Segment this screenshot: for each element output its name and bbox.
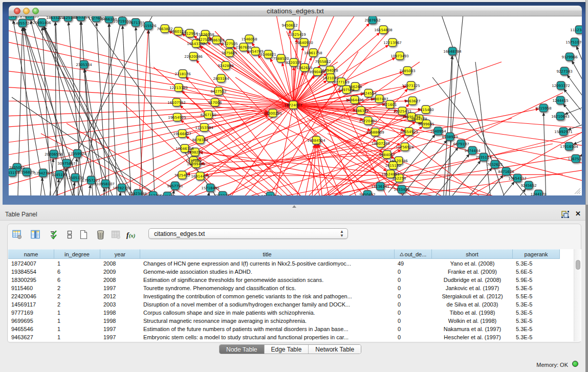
cell-in_degree[interactable]: 1 xyxy=(54,309,100,317)
graph-edge[interactable] xyxy=(274,105,293,195)
cell-in_degree[interactable]: 1 xyxy=(54,333,100,341)
table-row[interactable]: 969969511998Structural magnetic resonanc… xyxy=(8,317,573,325)
table-row[interactable]: 911546021997Tourette syndrome. Phenomeno… xyxy=(8,284,573,292)
cell-out_de[interactable]: 49 xyxy=(395,259,432,268)
cell-in_degree[interactable]: 1 xyxy=(54,317,100,325)
cell-title[interactable]: Investigating the contribution of common… xyxy=(140,292,395,300)
column-header-out_de[interactable]: out_de... xyxy=(395,249,432,259)
cell-in_degree[interactable]: 6 xyxy=(54,268,100,276)
graph-edge[interactable] xyxy=(441,16,507,195)
column-header-short[interactable]: short xyxy=(432,249,513,259)
graph-edge[interactable] xyxy=(108,24,109,196)
cell-name[interactable]: 9463627 xyxy=(8,333,54,341)
cell-pagerank[interactable]: 5.3E-5 xyxy=(513,259,560,268)
cell-year[interactable]: 2008 xyxy=(100,259,140,268)
graph-edge[interactable] xyxy=(136,28,143,196)
cell-name[interactable]: 14569117 xyxy=(8,300,54,309)
collapse-divider-icon[interactable] xyxy=(292,205,296,208)
graph-edge[interactable] xyxy=(445,16,463,195)
cell-year[interactable]: 1997 xyxy=(100,333,140,341)
cell-in_degree[interactable]: 6 xyxy=(54,276,100,284)
table-row[interactable]: 2242004622012Investigating the contribut… xyxy=(8,292,573,300)
cell-year[interactable]: 1998 xyxy=(100,309,140,317)
resize-grip-icon[interactable] xyxy=(574,188,581,194)
cell-name[interactable]: 22420046 xyxy=(8,292,54,300)
scrollbar-thumb[interactable] xyxy=(576,260,580,270)
cell-title[interactable]: Genome-wide association studies in ADHD. xyxy=(140,268,395,276)
cell-short[interactable]: Yano et al. (2008) xyxy=(432,259,513,268)
cell-short[interactable]: Nakamura et al. (1997) xyxy=(432,325,513,333)
cell-name[interactable]: 9777169 xyxy=(8,309,54,317)
cell-pagerank[interactable]: 5.6E-5 xyxy=(513,268,560,276)
cell-title[interactable]: Tourette syndrome. Phenomenology and cla… xyxy=(140,284,395,292)
graph-edge[interactable] xyxy=(56,23,66,196)
graph-edge[interactable] xyxy=(574,139,582,144)
graph-edge[interactable] xyxy=(118,192,121,195)
table-row[interactable]: 946362711997Embryonic stem cells: a mode… xyxy=(8,333,573,341)
graph-edge[interactable] xyxy=(565,106,582,115)
cell-out_de[interactable]: 0 xyxy=(395,268,432,276)
graph-edge[interactable] xyxy=(207,192,209,195)
split-pane-divider[interactable] xyxy=(0,205,585,208)
graph-edge[interactable] xyxy=(9,105,293,156)
cell-name[interactable]: 9465546 xyxy=(8,325,54,333)
network-canvas[interactable]: 1225441914055724200557332069140618633274… xyxy=(9,16,582,195)
tab-node-table[interactable]: Node Table xyxy=(220,345,265,354)
cell-year[interactable]: 2008 xyxy=(100,276,140,284)
cell-name[interactable]: 18724007 xyxy=(8,259,54,268)
cell-pagerank[interactable]: 5.9E-5 xyxy=(513,276,560,284)
cell-short[interactable]: Hescheler et al. (1997) xyxy=(432,333,513,341)
cell-year[interactable]: 1997 xyxy=(100,325,140,333)
cell-pagerank[interactable]: 5.5E-5 xyxy=(513,292,560,300)
float-panel-icon[interactable] xyxy=(561,211,569,218)
cell-title[interactable]: Structural magnetic resonance image aver… xyxy=(140,317,395,325)
column-header-pagerank[interactable]: pagerank xyxy=(513,249,560,259)
new-column-button[interactable] xyxy=(78,228,89,240)
row-height-button[interactable] xyxy=(64,228,75,240)
import-table-button[interactable] xyxy=(110,228,121,240)
graph-edge[interactable] xyxy=(293,81,326,105)
select-columns-button[interactable] xyxy=(30,228,41,240)
column-header-name[interactable]: name xyxy=(8,249,54,259)
table-vertical-scrollbar[interactable] xyxy=(574,249,581,341)
cell-out_de[interactable]: 0 xyxy=(395,276,432,284)
tab-network-table[interactable]: Network Table xyxy=(309,345,361,354)
cell-year[interactable]: 1998 xyxy=(100,317,140,325)
graph-edge[interactable] xyxy=(40,178,42,196)
cell-out_de[interactable]: 0 xyxy=(395,300,432,309)
cell-short[interactable]: de Silva et al. (2003) xyxy=(432,300,513,309)
graph-edge[interactable] xyxy=(31,105,293,195)
tab-edge-table[interactable]: Edge Table xyxy=(265,345,309,354)
cell-title[interactable]: Disruption of a novel member of a sodium… xyxy=(140,300,395,309)
column-header-in_degree[interactable]: in_degree xyxy=(54,249,100,259)
close-panel-icon[interactable]: ✕ xyxy=(575,210,581,217)
cell-name[interactable]: 19384554 xyxy=(8,268,54,276)
cell-out_de[interactable]: 0 xyxy=(395,292,432,300)
cell-pagerank[interactable]: 5.3E-5 xyxy=(513,300,560,309)
graph-edge[interactable] xyxy=(475,62,491,195)
table-row[interactable]: 977716911998Corpus callosum shape and si… xyxy=(8,309,573,317)
cell-short[interactable]: Dudbridge et al. (2008) xyxy=(432,276,513,284)
cell-pagerank[interactable]: 5.3E-5 xyxy=(513,317,560,325)
cell-out_de[interactable]: 0 xyxy=(395,309,432,317)
table-mode-button[interactable] xyxy=(11,228,23,240)
cell-short[interactable]: Tibbo et al. (1998) xyxy=(432,309,513,317)
cell-title[interactable]: Estimation of the future numbers of pati… xyxy=(140,325,395,333)
table-row[interactable]: 1872400712008Changes of HCN gene express… xyxy=(8,259,573,268)
cell-short[interactable]: Stergiakouli et al. (2012) xyxy=(432,292,513,300)
cell-in_degree[interactable]: 1 xyxy=(54,325,100,333)
graph-edge[interactable] xyxy=(328,134,507,195)
delete-column-button[interactable] xyxy=(95,228,106,240)
cell-year[interactable]: 2003 xyxy=(100,300,140,309)
table-row[interactable]: 1938455462009Genome-wide association stu… xyxy=(8,268,573,276)
table-row[interactable]: 1456911722003Disruption of a novel membe… xyxy=(8,300,573,309)
graph-edge[interactable] xyxy=(572,61,582,81)
cell-title[interactable]: Changes of HCN gene expression and I(f) … xyxy=(140,259,395,268)
cell-name[interactable]: 9699695 xyxy=(8,317,54,325)
cell-pagerank[interactable]: 5.3E-5 xyxy=(513,333,560,341)
cell-in_degree[interactable]: 2 xyxy=(54,300,100,309)
select-rows-button[interactable] xyxy=(49,228,60,240)
function-builder-button[interactable]: f(x) xyxy=(126,230,138,243)
node-table[interactable]: namein_degreeyeartitleout_de...shortpage… xyxy=(8,249,581,341)
column-header-year[interactable]: year xyxy=(100,249,140,259)
